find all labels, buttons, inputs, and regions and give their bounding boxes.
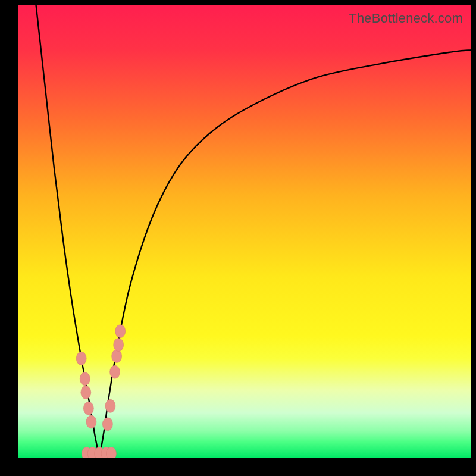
data-marker bbox=[115, 325, 126, 338]
data-marker bbox=[114, 339, 124, 352]
chart-frame: TheBottleneck.com bbox=[0, 0, 476, 476]
data-marker bbox=[83, 402, 93, 415]
data-marker bbox=[81, 386, 91, 399]
chart-plot: TheBottleneck.com bbox=[18, 5, 471, 458]
data-marker bbox=[76, 352, 86, 365]
chart-svg bbox=[18, 5, 471, 458]
data-marker bbox=[106, 447, 116, 458]
data-marker bbox=[102, 418, 112, 431]
data-marker bbox=[86, 415, 96, 428]
data-marker bbox=[110, 365, 120, 378]
data-marker bbox=[112, 350, 122, 363]
data-marker bbox=[105, 399, 115, 412]
data-marker bbox=[80, 372, 90, 386]
